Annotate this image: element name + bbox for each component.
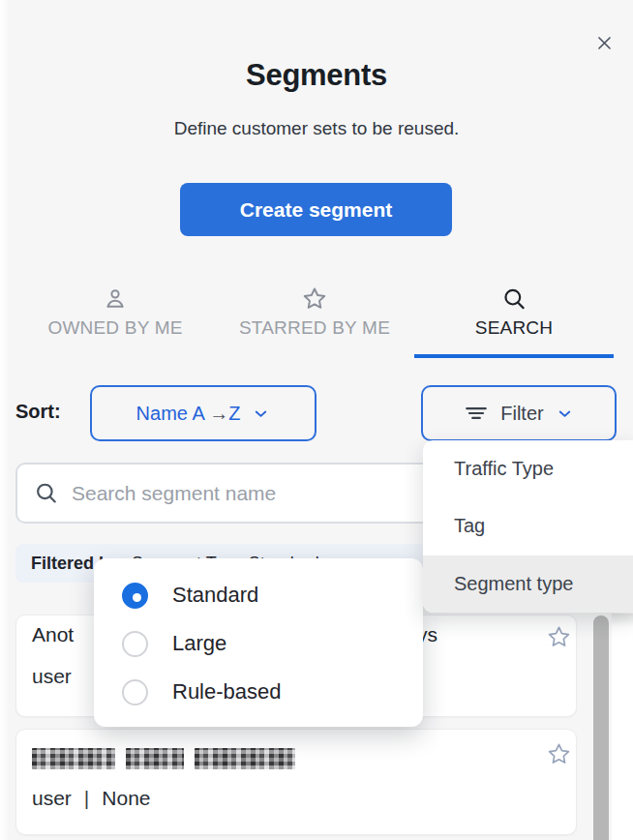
- star-icon: [215, 285, 414, 313]
- radio-unselected-icon: [122, 631, 148, 657]
- filter-dropdown-menu: Traffic Type Tag Segment type: [423, 440, 633, 613]
- scroll-gutter: [612, 614, 633, 840]
- filter-icon: [464, 401, 489, 426]
- close-icon: [595, 34, 614, 52]
- menu-item-segment-type[interactable]: Segment type: [423, 555, 633, 613]
- tab-bar: OWNED BY ME STARRED BY ME SEARCH: [15, 282, 614, 358]
- filter-label: Filter: [500, 403, 543, 425]
- chevron-down-icon: [252, 405, 270, 423]
- meta-divider: |: [84, 787, 89, 810]
- star-toggle[interactable]: [546, 741, 572, 771]
- tab-label: STARRED BY ME: [239, 317, 390, 338]
- radio-option-large[interactable]: Large: [122, 619, 423, 668]
- search-icon: [414, 285, 614, 313]
- scrollbar-thumb[interactable]: [593, 615, 609, 840]
- segment-meta: user: [32, 665, 72, 688]
- segment-name: Anot: [32, 623, 74, 646]
- page-title: Segments: [0, 58, 633, 93]
- segments-modal: Segments Define customer sets to be reus…: [0, 0, 633, 840]
- radio-option-rule-based[interactable]: Rule-based: [122, 668, 423, 716]
- person-icon: [15, 285, 215, 313]
- tab-label: SEARCH: [475, 317, 553, 338]
- segment-type-popup: Standard Large Rule-based: [94, 558, 423, 727]
- radio-selected-icon: [122, 583, 148, 609]
- menu-item-tag[interactable]: Tag: [423, 497, 633, 555]
- menu-item-traffic-type[interactable]: Traffic Type: [423, 440, 633, 497]
- close-button[interactable]: [590, 29, 618, 56]
- sort-label: Sort:: [15, 401, 61, 423]
- radio-option-standard[interactable]: Standard: [122, 571, 423, 619]
- segment-name-redacted: [32, 748, 295, 769]
- create-segment-button[interactable]: Create segment: [180, 183, 452, 236]
- segment-list-item[interactable]: user | None: [15, 729, 577, 835]
- sort-value: Name A →Z: [136, 403, 241, 425]
- radio-unselected-icon: [122, 679, 148, 705]
- tab-search[interactable]: SEARCH: [414, 282, 614, 358]
- star-icon: [546, 624, 572, 650]
- chevron-down-icon: [556, 405, 574, 423]
- filter-dropdown[interactable]: Filter: [421, 385, 617, 441]
- sort-dropdown[interactable]: Name A →Z: [90, 385, 316, 441]
- search-icon: [33, 480, 59, 510]
- tab-starred-by-me[interactable]: STARRED BY ME: [215, 282, 414, 358]
- segment-meta-value: None: [102, 787, 150, 810]
- tab-owned-by-me[interactable]: OWNED BY ME: [15, 282, 215, 358]
- star-toggle[interactable]: [546, 624, 572, 654]
- tab-label: OWNED BY ME: [47, 317, 182, 338]
- segment-meta: user | None: [32, 787, 151, 810]
- star-icon: [546, 741, 572, 767]
- page-subtitle: Define customer sets to be reused.: [0, 118, 633, 139]
- segment-meta-type: user: [32, 787, 72, 810]
